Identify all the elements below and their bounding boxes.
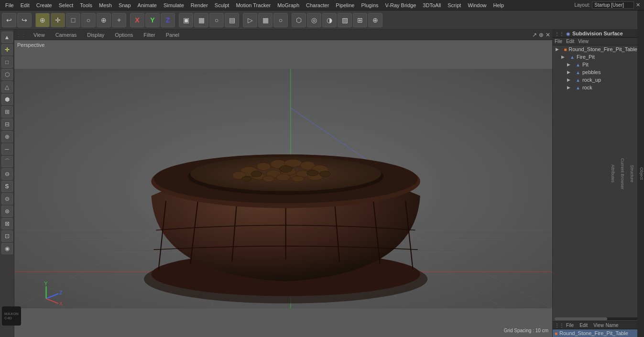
ob-title: Subdivision Surface <box>572 31 623 36</box>
ob-item-root[interactable]: ▶ ■ Round_Stone_Fire_Pit_Table <box>553 45 644 53</box>
ob-item-pit[interactable]: ▶ ▲ Pit <box>553 61 644 68</box>
menu-animate[interactable]: Animate <box>134 1 160 9</box>
vp-tab-filter[interactable]: Filter <box>141 31 158 39</box>
vp-tab-options[interactable]: Options <box>112 31 136 39</box>
x-axis-btn[interactable]: X <box>130 13 144 27</box>
left-tool-13[interactable]: ⊝ <box>1 193 13 205</box>
left-tool-7[interactable]: ⊟ <box>1 119 13 130</box>
edge-mode-btn[interactable]: ▦ <box>194 13 208 27</box>
select-tool[interactable]: ⊕ <box>35 13 50 27</box>
menu-vray-bridge[interactable]: V-Ray Bridge <box>382 1 420 9</box>
left-tool-0[interactable]: ▲ <box>1 32 13 43</box>
left-tool-16[interactable]: ⊡ <box>1 230 13 242</box>
left-tool-4[interactable]: △ <box>1 81 13 93</box>
menu-tools[interactable]: Tools <box>76 1 96 9</box>
menu-3dtoall[interactable]: 3DToAll <box>419 1 444 9</box>
scale-tool[interactable]: □ <box>66 13 80 27</box>
right-strip[interactable]: Object Structure Current Browser Attribu… <box>637 11 644 337</box>
menu-script[interactable]: Script <box>444 1 464 9</box>
point-mode-btn[interactable]: ○ <box>209 13 224 27</box>
menu-help[interactable]: Help <box>490 1 508 9</box>
strip-browser[interactable]: Current Browser <box>620 158 625 190</box>
left-tool-6[interactable]: ⊞ <box>1 106 13 118</box>
grid-btn[interactable]: ⊕ <box>368 13 382 27</box>
poly-mode-btn[interactable]: ▤ <box>225 13 239 27</box>
ob-view-menu[interactable]: View <box>574 39 589 44</box>
move-tool[interactable]: ✛ <box>51 13 65 27</box>
ob-item-rockup[interactable]: ▶ ▲ rock_up <box>553 76 644 84</box>
strip-attributes[interactable]: Attributes <box>611 164 615 183</box>
z-axis-btn[interactable]: Z <box>161 13 175 27</box>
svg-point-41 <box>263 176 275 182</box>
render-view-btn[interactable]: ▷ <box>243 13 257 27</box>
left-tool-2[interactable]: □ <box>1 56 13 68</box>
left-tool-5[interactable]: ⬢ <box>1 94 13 105</box>
ob-bottom-item-root[interactable]: ■ Round_Stone_Fire_Pit_Table <box>553 329 644 337</box>
scene-svg: Z X Y <box>14 40 552 337</box>
menu-sculpt[interactable]: Sculpt <box>211 1 233 9</box>
ob-edit-menu[interactable]: Edit <box>562 39 574 44</box>
redo-button[interactable]: ↪ <box>17 13 32 27</box>
left-tool-12[interactable]: S <box>1 181 13 192</box>
toolbar: ↩ ↪ ⊕ ✛ □ ○ ⊕ ＋ X Y Z ▣ ▦ ○ ▤ ▷ ▦ ○ ⬡ ◎ … <box>0 11 644 30</box>
left-tool-8[interactable]: ⊕ <box>1 131 13 142</box>
menu-simulate[interactable]: Simulate <box>160 1 187 9</box>
vp-tab-display[interactable]: Display <box>84 31 107 39</box>
floor-btn[interactable]: ▨ <box>338 13 352 27</box>
sky-btn[interactable]: ⊞ <box>353 13 367 27</box>
ob-item-rock[interactable]: ▶ ▲ rock <box>553 84 644 91</box>
vp-tab-cameras[interactable]: Cameras <box>53 31 80 39</box>
left-tool-15[interactable]: ⊠ <box>1 218 13 229</box>
menu-render[interactable]: Render <box>187 1 211 9</box>
vp-tab-panel[interactable]: Panel <box>163 31 182 39</box>
left-tool-17[interactable]: ◉ <box>1 243 13 254</box>
menu-bar: File Edit Create Select Tools Mesh Snap … <box>0 0 644 11</box>
material-btn[interactable]: ◑ <box>322 13 337 27</box>
left-tool-11[interactable]: ⊖ <box>1 168 13 180</box>
viewport[interactable]: Z X Y Perspective Grid Spacing : 10 cm <box>14 40 552 337</box>
menu-character[interactable]: Character <box>303 1 332 9</box>
strip-structure[interactable]: Structure <box>630 165 634 183</box>
ob-bottom-view[interactable]: View <box>589 323 604 328</box>
ob-bottom-file[interactable]: File <box>566 323 574 328</box>
y-axis-btn[interactable]: Y <box>145 13 160 27</box>
transform-tool[interactable]: ⊕ <box>97 13 111 27</box>
menu-motion-tracker[interactable]: Motion Tracker <box>232 1 274 9</box>
ob-scrollbar[interactable] <box>555 317 642 320</box>
ob-file-menu[interactable]: File <box>555 39 562 44</box>
menu-create[interactable]: Create <box>33 1 55 9</box>
undo-button[interactable]: ↩ <box>2 13 16 27</box>
add-tool[interactable]: ＋ <box>112 13 126 27</box>
object-mode-btn[interactable]: ▣ <box>179 13 193 27</box>
rotate-tool[interactable]: ○ <box>81 13 96 27</box>
menu-mograph[interactable]: MoGraph <box>274 1 303 9</box>
left-tool-3[interactable]: ⬡ <box>1 69 13 80</box>
ob-bottom-edit[interactable]: Edit <box>576 323 588 328</box>
menu-plugins[interactable]: Plugins <box>358 1 382 9</box>
menu-mesh[interactable]: Mesh <box>96 1 115 9</box>
viewport-close-icon[interactable]: ✕ <box>546 32 550 38</box>
menu-window[interactable]: Window <box>464 1 490 9</box>
vp-tab-view[interactable]: View <box>31 31 48 39</box>
layout-dropdown[interactable]: Startup [User] <box>592 1 634 9</box>
render-settings-btn[interactable]: ○ <box>273 13 288 27</box>
camera-btn[interactable]: ⬡ <box>292 13 306 27</box>
strip-object[interactable]: Object <box>639 167 644 180</box>
ob-item-firepit[interactable]: ▶ ▲ Fire_Pit <box>553 53 644 61</box>
menu-file[interactable]: File <box>2 1 17 9</box>
left-tool-10[interactable]: ⌒ <box>1 156 13 167</box>
menu-select[interactable]: Select <box>55 1 77 9</box>
render-btn[interactable]: ▦ <box>258 13 273 27</box>
menu-edit[interactable]: Edit <box>17 1 33 9</box>
ob-item-pebbles[interactable]: ▶ ▲ pebbles <box>553 68 644 76</box>
left-tool-9[interactable]: ─ <box>1 143 13 155</box>
viewport-expand-icon[interactable]: ↗ <box>532 32 537 38</box>
menu-snap[interactable]: Snap <box>115 1 134 9</box>
light-btn[interactable]: ◎ <box>307 13 321 27</box>
left-tool-14[interactable]: ⊛ <box>1 206 13 217</box>
viewport-area: ⋮⋮ View Cameras Display Options Filter P… <box>14 30 552 337</box>
viewport-lock-icon[interactable]: ⊕ <box>539 32 544 38</box>
close-icon[interactable]: ✕ <box>634 2 642 8</box>
menu-pipeline[interactable]: Pipeline <box>332 1 358 9</box>
left-tool-1[interactable]: ✛ <box>1 44 13 55</box>
